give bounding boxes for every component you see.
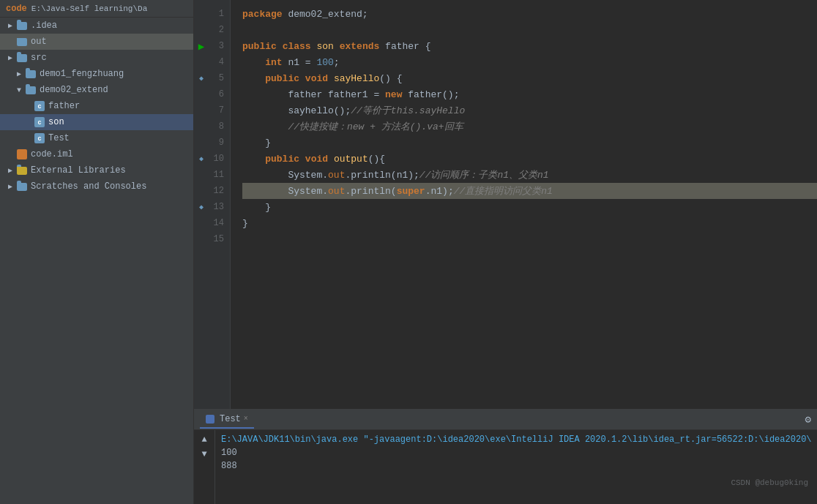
debug-arrow-icon: ▶ [197,42,206,50]
sidebar-label-father: father [48,101,80,111]
code-line-14: } [242,215,817,231]
sidebar-item-father[interactable]: ▶ c father [0,98,193,114]
nav-up-arrow[interactable]: ▲ [197,433,212,446]
code-line-3: public class son extends father { [242,38,817,54]
chevron-idea: ▶ [6,21,15,30]
sidebar-item-extlib[interactable]: ▶ External Libraries [0,162,193,178]
sidebar-label-son: son [48,117,64,127]
sidebar-item-idea[interactable]: ▶ .idea [0,18,193,34]
folder-icon-idea [16,20,28,31]
line-num-5: ◆ 5 [194,70,230,86]
sidebar-label-scratches: Scratches and Consoles [31,181,146,192]
chevron-demo1: ▶ [15,69,23,78]
line-num-11: 11 [194,167,230,183]
sidebar-label-demo1: demo1_fengzhuang [40,69,124,79]
chevron-src: ▶ [6,53,15,62]
line-num-7: 7 [194,102,230,119]
code-line-5: public void sayHello() { [242,70,817,86]
folder-icon-src [16,52,28,64]
line-num-8: 8 [194,119,230,135]
code-line-13: } [242,199,817,215]
bottom-content: E:\JAVA\JDK11\bin\java.exe "-javaagent:D… [215,430,817,475]
bottom-panel: Test × ⚙ ▲ ▼ E:\JAVA\JDK11\bin\java.exe … [194,409,817,504]
chevron-extlib: ▶ [6,166,15,175]
sidebar-item-demo1[interactable]: ▶ demo1_fengzhuang [0,66,193,82]
sidebar-label-src: src [31,53,47,63]
code-line-9: } [242,135,817,151]
sidebar-header: code E:\Java-Self learning\Da [0,0,193,18]
sidebar-label-test: Test [48,133,70,143]
code-line-8: //快捷按键：new + 方法名().va+回车 [242,119,817,135]
sidebar-label-codeiml: code.iml [31,149,73,159]
code-line-12: System.out.println(super.n1);//直接指明访问父类n… [242,183,817,199]
bookmark-icon-5: ◆ [197,74,206,83]
code-lines[interactable]: package demo02_extend; public class son … [231,0,817,409]
line-num-12: 12 [194,183,230,199]
output-line-1: 100 [221,448,237,458]
console-output-2: 888 [221,459,811,473]
line-num-4: 4 [194,54,230,70]
project-label: code [6,4,27,14]
tab-close-button[interactable]: × [244,415,248,423]
line-num-3: ▶ 3 [194,38,230,54]
code-line-4: int n1 = 100; [242,54,817,70]
sidebar-item-son[interactable]: ▶ c son [0,114,193,130]
sidebar-item-codeiml[interactable]: ▶ code.iml [0,146,193,162]
chevron-scratches: ▶ [6,182,15,191]
bottom-tabs: Test × ⚙ [194,410,817,430]
bottom-main: ▲ ▼ E:\JAVA\JDK11\bin\java.exe "-javaage… [194,430,817,504]
line-num-10: ◆ 10 [194,151,230,167]
tab-label: Test [220,414,241,424]
watermark: CSDN @debug0king [215,475,817,490]
iml-icon [16,148,28,160]
code-line-1: package demo02_extend; [242,6,817,22]
chevron-demo02: ▼ [15,86,23,94]
code-content[interactable]: 1 2 ▶ 3 4 ◆ 5 6 7 8 9 ◆ 10 11 [194,0,817,409]
folder-icon-extlib [16,165,28,176]
line-num-1: 1 [194,6,230,22]
class-icon-test: c [34,132,45,144]
line-num-9: 9 [194,135,230,151]
sidebar-item-demo02[interactable]: ▼ demo02_extend [0,82,193,98]
class-icon-son: c [34,116,45,128]
console-cmd-line: E:\JAVA\JDK11\bin\java.exe "-javaagent:D… [221,433,811,446]
code-line-6: father father1 = new father(); [242,86,817,102]
bottom-tab-test[interactable]: Test × [200,411,254,429]
project-path: E:\Java-Self learning\Da [31,4,147,13]
editor-area: 1 2 ▶ 3 4 ◆ 5 6 7 8 9 ◆ 10 11 [194,0,817,504]
output-line-2: 888 [221,461,237,471]
console-output-1: 100 [221,446,811,459]
code-line-7: sayhello();//等价于this.sayHello [242,102,817,119]
line-num-2: 2 [194,22,230,38]
sidebar-item-out[interactable]: out [0,34,193,50]
sidebar-item-scratches[interactable]: ▶ Scratches and Consoles [0,178,193,195]
sidebar: code E:\Java-Self learning\Da ▶ .idea ou… [0,0,194,504]
gear-icon[interactable]: ⚙ [805,413,811,426]
class-icon-father: c [34,100,45,112]
line-num-6: 6 [194,86,230,102]
main-area: code E:\Java-Self learning\Da ▶ .idea ou… [0,0,817,504]
sidebar-item-test[interactable]: ▶ c Test [0,130,193,146]
console-cmd-text: E:\JAVA\JDK11\bin\java.exe "-javaagent:D… [221,435,811,445]
code-line-10: public void output(){ [242,151,817,167]
console-text-area: E:\JAVA\JDK11\bin\java.exe "-javaagent:D… [215,430,817,504]
folder-icon-scratches [16,181,28,192]
nav-arrows: ▲ ▼ [194,430,215,504]
sidebar-label-out: out [31,37,47,47]
folder-icon-demo02 [25,84,37,96]
tab-icon [206,415,214,424]
sidebar-label-demo02: demo02_extend [40,85,108,95]
sidebar-label-extlib: External Libraries [31,165,126,176]
folder-icon-out [16,36,28,48]
bookmark-icon-13: ◆ [197,203,206,211]
line-numbers: 1 2 ▶ 3 4 ◆ 5 6 7 8 9 ◆ 10 11 [194,0,231,409]
nav-down-arrow[interactable]: ▼ [197,448,212,461]
line-num-13: ◆ 13 [194,199,230,215]
bookmark-icon-10: ◆ [197,154,206,163]
line-num-14: 14 [194,215,230,231]
sidebar-label-idea: .idea [31,20,57,31]
sidebar-item-src[interactable]: ▶ src [0,50,193,66]
code-line-15 [242,231,817,247]
chevron-out [6,37,15,46]
line-num-15: 15 [194,231,230,247]
